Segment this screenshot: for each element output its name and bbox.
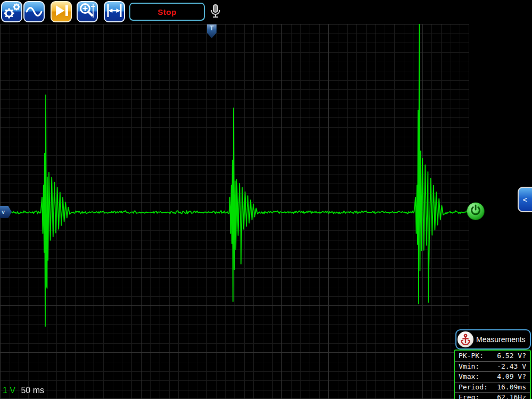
measurement-value: 62.16Hz — [497, 393, 526, 399]
trigger-marker-label: T — [210, 24, 213, 32]
panel-expand-handle[interactable]: < — [518, 187, 532, 212]
anchor-icon — [458, 331, 473, 347]
microphone-icon[interactable] — [210, 3, 221, 20]
cursors-button[interactable] — [104, 1, 125, 22]
scale-readout: 1 V 50 ms — [3, 386, 44, 395]
measurements-title: Measurements — [476, 335, 526, 344]
volts-per-div-label: 1 V — [3, 386, 15, 395]
measurement-row-vmax: Vmax: 4.09 V? — [455, 371, 530, 382]
measurement-value: 6.52 V? — [497, 352, 526, 360]
horizontal-cursors-icon — [105, 1, 124, 22]
measurement-row-period: Period: 16.09ms — [455, 382, 530, 393]
magnifier-crosshair-icon — [78, 1, 97, 22]
measurement-label: Period: — [459, 383, 488, 391]
run-pause-button[interactable] — [51, 1, 72, 22]
measurement-value: 16.09ms — [497, 383, 526, 391]
measurement-label: Vmin: — [459, 362, 479, 370]
stop-button[interactable]: Stop — [129, 3, 205, 21]
zoom-button[interactable] — [77, 1, 98, 22]
channel-marker-label: V — [0, 210, 5, 215]
measurement-row-pkpk: PK-PK: 6.52 V? — [455, 351, 530, 361]
power-icon — [469, 203, 483, 219]
measurement-row-freq: Freq: 62.16Hz — [455, 392, 530, 399]
time-per-div-label: 50 ms — [21, 386, 44, 395]
waveform-button[interactable] — [23, 1, 45, 22]
play-pause-icon — [52, 1, 71, 22]
sine-wave-icon — [24, 1, 44, 22]
gears-icon — [2, 1, 21, 22]
measurement-row-vmin: Vmin: -2.43 V — [455, 361, 530, 372]
measurement-value: 4.09 V? — [497, 372, 526, 380]
measurements-header-button[interactable]: Measurements — [455, 329, 531, 350]
measurement-label: PK-PK: — [459, 352, 484, 360]
oscilloscope-app: Stop T V — [0, 0, 532, 399]
measurements-panel: PK-PK: 6.52 V? Vmin: -2.43 V Vmax: 4.09 … — [454, 350, 531, 399]
scope-display[interactable] — [0, 24, 469, 399]
channel-level-handle[interactable] — [467, 202, 485, 220]
measurement-label: Freq: — [459, 393, 479, 399]
chevron-left-icon: < — [519, 196, 527, 204]
measurement-value: -2.43 V — [497, 362, 526, 370]
settings-button[interactable] — [1, 1, 22, 22]
measurement-label: Vmax: — [459, 372, 479, 380]
